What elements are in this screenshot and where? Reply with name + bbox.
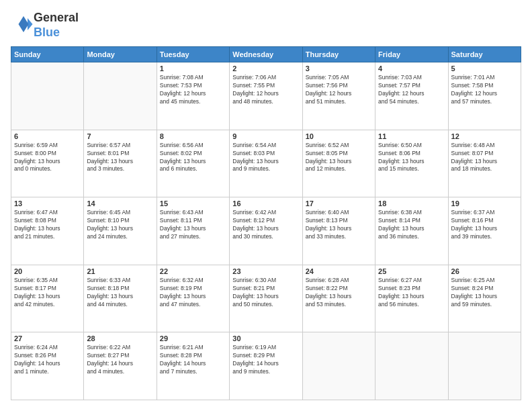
day-number: 2 — [232, 64, 299, 73]
calendar-cell: 7Sunrise: 6:57 AM Sunset: 8:01 PM Daylig… — [84, 130, 157, 197]
day-number: 19 — [451, 199, 518, 208]
calendar-cell: 29Sunrise: 6:21 AM Sunset: 8:28 PM Dayli… — [157, 332, 229, 400]
day-info: Sunrise: 6:42 AM Sunset: 8:12 PM Dayligh… — [232, 209, 299, 241]
day-info: Sunrise: 6:35 AM Sunset: 8:17 PM Dayligh… — [14, 277, 81, 309]
day-info: Sunrise: 6:33 AM Sunset: 8:18 PM Dayligh… — [87, 277, 153, 309]
day-number: 5 — [451, 64, 518, 73]
day-info: Sunrise: 6:27 AM Sunset: 8:23 PM Dayligh… — [378, 277, 445, 309]
day-info: Sunrise: 6:24 AM Sunset: 8:26 PM Dayligh… — [14, 344, 81, 376]
calendar-cell: 13Sunrise: 6:47 AM Sunset: 8:08 PM Dayli… — [11, 197, 84, 265]
day-number: 28 — [87, 334, 153, 342]
calendar-table: SundayMondayTuesdayWednesdayThursdayFrid… — [11, 46, 521, 400]
day-info: Sunrise: 7:01 AM Sunset: 7:58 PM Dayligh… — [451, 74, 518, 106]
logo-text: General Blue — [34, 11, 79, 40]
weekday-header: Friday — [375, 47, 448, 62]
day-info: Sunrise: 6:52 AM Sunset: 8:05 PM Dayligh… — [306, 142, 372, 174]
calendar-cell: 26Sunrise: 6:25 AM Sunset: 8:24 PM Dayli… — [448, 265, 521, 332]
calendar-cell: 12Sunrise: 6:48 AM Sunset: 8:07 PM Dayli… — [448, 130, 521, 197]
calendar-cell: 15Sunrise: 6:43 AM Sunset: 8:11 PM Dayli… — [157, 197, 229, 265]
day-number: 30 — [232, 334, 299, 342]
weekday-header: Sunday — [11, 47, 84, 62]
calendar-cell: 8Sunrise: 6:56 AM Sunset: 8:02 PM Daylig… — [157, 130, 229, 197]
day-number: 21 — [87, 267, 153, 275]
weekday-header: Wednesday — [230, 47, 302, 62]
day-info: Sunrise: 6:40 AM Sunset: 8:13 PM Dayligh… — [306, 209, 372, 241]
calendar-cell — [11, 62, 84, 130]
calendar-cell: 23Sunrise: 6:30 AM Sunset: 8:21 PM Dayli… — [230, 265, 302, 332]
calendar-cell: 20Sunrise: 6:35 AM Sunset: 8:17 PM Dayli… — [11, 265, 84, 332]
calendar-cell — [84, 62, 157, 130]
header: General Blue — [11, 11, 521, 40]
day-info: Sunrise: 7:03 AM Sunset: 7:57 PM Dayligh… — [378, 74, 445, 106]
calendar-cell: 14Sunrise: 6:45 AM Sunset: 8:10 PM Dayli… — [84, 197, 157, 265]
calendar-cell — [448, 332, 521, 400]
calendar-cell: 19Sunrise: 6:37 AM Sunset: 8:16 PM Dayli… — [448, 197, 521, 265]
day-number: 11 — [378, 132, 445, 140]
day-info: Sunrise: 6:25 AM Sunset: 8:24 PM Dayligh… — [451, 277, 518, 309]
calendar-cell: 16Sunrise: 6:42 AM Sunset: 8:12 PM Dayli… — [230, 197, 302, 265]
day-number: 14 — [87, 199, 153, 208]
day-number: 15 — [160, 199, 226, 208]
day-number: 13 — [14, 199, 81, 208]
day-number: 1 — [160, 64, 226, 73]
day-number: 9 — [232, 132, 299, 140]
day-number: 29 — [160, 334, 226, 342]
day-info: Sunrise: 6:47 AM Sunset: 8:08 PM Dayligh… — [14, 209, 81, 241]
calendar-cell: 5Sunrise: 7:01 AM Sunset: 7:58 PM Daylig… — [448, 62, 521, 130]
calendar-cell: 27Sunrise: 6:24 AM Sunset: 8:26 PM Dayli… — [11, 332, 84, 400]
day-info: Sunrise: 6:54 AM Sunset: 8:03 PM Dayligh… — [232, 142, 299, 174]
day-info: Sunrise: 6:30 AM Sunset: 8:21 PM Dayligh… — [232, 277, 299, 309]
calendar-cell: 17Sunrise: 6:40 AM Sunset: 8:13 PM Dayli… — [302, 197, 375, 265]
calendar-cell: 21Sunrise: 6:33 AM Sunset: 8:18 PM Dayli… — [84, 265, 157, 332]
day-number: 27 — [14, 334, 81, 342]
calendar-cell: 1Sunrise: 7:08 AM Sunset: 7:53 PM Daylig… — [157, 62, 229, 130]
weekday-header: Thursday — [302, 47, 375, 62]
calendar-cell: 4Sunrise: 7:03 AM Sunset: 7:57 PM Daylig… — [375, 62, 448, 130]
day-info: Sunrise: 6:56 AM Sunset: 8:02 PM Dayligh… — [160, 142, 226, 174]
day-info: Sunrise: 6:43 AM Sunset: 8:11 PM Dayligh… — [160, 209, 226, 241]
day-info: Sunrise: 6:38 AM Sunset: 8:14 PM Dayligh… — [378, 209, 445, 241]
calendar-cell: 18Sunrise: 6:38 AM Sunset: 8:14 PM Dayli… — [375, 197, 448, 265]
day-number: 18 — [378, 199, 445, 208]
day-number: 8 — [160, 132, 226, 140]
day-info: Sunrise: 7:06 AM Sunset: 7:55 PM Dayligh… — [232, 74, 299, 106]
day-number: 7 — [87, 132, 153, 140]
day-number: 22 — [160, 267, 226, 275]
day-info: Sunrise: 6:22 AM Sunset: 8:27 PM Dayligh… — [87, 344, 153, 376]
day-info: Sunrise: 7:08 AM Sunset: 7:53 PM Dayligh… — [160, 74, 226, 106]
svg-marker-1 — [19, 16, 29, 32]
day-number: 6 — [14, 132, 81, 140]
calendar-cell: 9Sunrise: 6:54 AM Sunset: 8:03 PM Daylig… — [230, 130, 302, 197]
day-number: 25 — [378, 267, 445, 275]
calendar-cell: 22Sunrise: 6:32 AM Sunset: 8:19 PM Dayli… — [157, 265, 229, 332]
calendar-cell — [375, 332, 448, 400]
day-number: 23 — [232, 267, 299, 275]
weekday-header: Monday — [84, 47, 157, 62]
day-info: Sunrise: 6:37 AM Sunset: 8:16 PM Dayligh… — [451, 209, 518, 241]
calendar-cell: 6Sunrise: 6:59 AM Sunset: 8:00 PM Daylig… — [11, 130, 84, 197]
weekday-header: Tuesday — [157, 47, 229, 62]
day-number: 24 — [306, 267, 372, 275]
day-info: Sunrise: 6:48 AM Sunset: 8:07 PM Dayligh… — [451, 142, 518, 174]
day-info: Sunrise: 6:59 AM Sunset: 8:00 PM Dayligh… — [14, 142, 81, 174]
calendar-cell: 30Sunrise: 6:19 AM Sunset: 8:29 PM Dayli… — [230, 332, 302, 400]
day-info: Sunrise: 6:50 AM Sunset: 8:06 PM Dayligh… — [378, 142, 445, 174]
calendar-cell — [302, 332, 375, 400]
calendar-cell: 10Sunrise: 6:52 AM Sunset: 8:05 PM Dayli… — [302, 130, 375, 197]
calendar-cell: 11Sunrise: 6:50 AM Sunset: 8:06 PM Dayli… — [375, 130, 448, 197]
calendar-cell: 25Sunrise: 6:27 AM Sunset: 8:23 PM Dayli… — [375, 265, 448, 332]
day-number: 10 — [306, 132, 372, 140]
day-info: Sunrise: 6:32 AM Sunset: 8:19 PM Dayligh… — [160, 277, 226, 309]
calendar-cell: 24Sunrise: 6:28 AM Sunset: 8:22 PM Dayli… — [302, 265, 375, 332]
logo-icon — [13, 14, 34, 34]
day-info: Sunrise: 6:28 AM Sunset: 8:22 PM Dayligh… — [306, 277, 372, 309]
logo: General Blue — [11, 11, 79, 40]
day-number: 16 — [232, 199, 299, 208]
calendar-cell: 3Sunrise: 7:05 AM Sunset: 7:56 PM Daylig… — [302, 62, 375, 130]
day-number: 17 — [306, 199, 372, 208]
day-info: Sunrise: 6:45 AM Sunset: 8:10 PM Dayligh… — [87, 209, 153, 241]
day-number: 3 — [306, 64, 372, 73]
calendar-cell: 28Sunrise: 6:22 AM Sunset: 8:27 PM Dayli… — [84, 332, 157, 400]
calendar-cell: 2Sunrise: 7:06 AM Sunset: 7:55 PM Daylig… — [230, 62, 302, 130]
day-number: 26 — [451, 267, 518, 275]
